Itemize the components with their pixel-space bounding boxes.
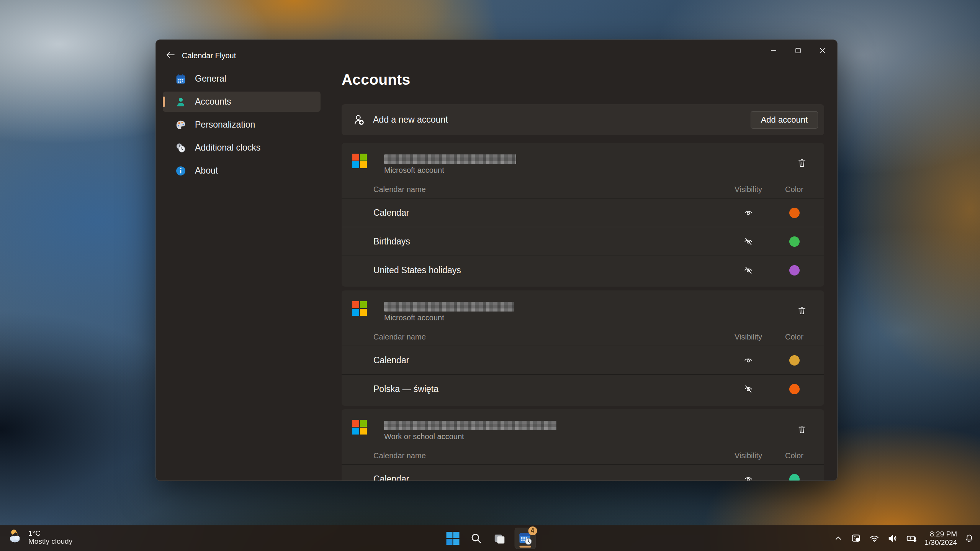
sidebar-item-general[interactable]: General bbox=[163, 69, 321, 89]
sidebar-item-accounts[interactable]: Accounts bbox=[163, 92, 321, 112]
calendar-name: Calendar bbox=[373, 208, 409, 218]
moon-cloud-icon bbox=[8, 529, 24, 545]
sidebar-item-label: About bbox=[195, 166, 218, 176]
delete-account-button[interactable] bbox=[793, 154, 810, 171]
visibility-toggle[interactable] bbox=[739, 352, 757, 369]
eye-off-icon bbox=[743, 384, 753, 394]
account-email-redacted bbox=[384, 154, 516, 164]
clock-time: 8:29 PM bbox=[924, 530, 957, 538]
battery-saver-icon bbox=[906, 533, 917, 544]
chevron-up-icon bbox=[834, 534, 843, 543]
column-calendar-name: Calendar name bbox=[373, 333, 426, 341]
delete-account-button[interactable] bbox=[793, 302, 810, 319]
account-type: Microsoft account bbox=[384, 166, 824, 175]
trash-icon bbox=[797, 305, 807, 315]
calendar-row: Calendar bbox=[342, 346, 824, 374]
calendar-color-dot[interactable] bbox=[789, 384, 800, 394]
column-headers: Calendar name Visibility Color bbox=[342, 329, 824, 346]
calendar-flyout-app-button[interactable]: 4 bbox=[514, 528, 536, 549]
sidebar-item-personalization[interactable]: Personalization bbox=[163, 115, 321, 135]
tray-overflow-button[interactable] bbox=[831, 530, 846, 547]
column-headers: Calendar name Visibility Color bbox=[342, 448, 824, 464]
account-header: Work or school account bbox=[342, 409, 824, 448]
bell-icon bbox=[964, 533, 974, 543]
system-tray: 8:29 PM 1/30/2024 bbox=[831, 525, 977, 551]
eye-off-icon bbox=[743, 236, 753, 246]
column-calendar-name: Calendar name bbox=[373, 185, 426, 194]
battery-saver-button[interactable] bbox=[903, 530, 920, 547]
volume-button[interactable] bbox=[885, 530, 901, 547]
calendar-color-dot[interactable] bbox=[789, 236, 800, 247]
search-icon bbox=[470, 532, 483, 545]
account-type: Microsoft account bbox=[384, 313, 824, 322]
maximize-icon bbox=[795, 47, 802, 54]
volume-icon bbox=[887, 533, 898, 544]
account-type: Work or school account bbox=[384, 432, 824, 441]
calendar-row: United States holidays bbox=[342, 256, 824, 284]
account-card: Microsoft account Calendar name Visibili… bbox=[342, 290, 824, 406]
weather-widget[interactable]: 1°C Mostly cloudy bbox=[4, 528, 76, 547]
sidebar-item-label: General bbox=[195, 74, 226, 84]
wifi-button[interactable] bbox=[866, 530, 882, 547]
person-add-icon bbox=[352, 113, 365, 126]
calendar-icon bbox=[175, 73, 187, 85]
back-button[interactable] bbox=[162, 47, 178, 62]
calendar-flyout-settings-window: Calendar Flyout bbox=[155, 39, 838, 481]
trash-icon bbox=[797, 424, 807, 434]
page-title: Accounts bbox=[342, 71, 410, 88]
notifications-button[interactable] bbox=[962, 530, 977, 547]
eye-icon bbox=[743, 474, 753, 481]
account-email-redacted bbox=[384, 302, 514, 312]
visibility-toggle[interactable] bbox=[739, 204, 757, 221]
visibility-toggle[interactable] bbox=[739, 380, 757, 397]
settings-sidebar: General Accounts Per bbox=[163, 69, 321, 184]
palette-icon bbox=[175, 119, 187, 131]
microsoft-logo-icon bbox=[352, 154, 367, 168]
eye-icon bbox=[743, 208, 753, 218]
column-visibility: Visibility bbox=[728, 451, 768, 460]
task-view-icon bbox=[492, 531, 506, 545]
minimize-icon bbox=[770, 47, 777, 54]
calendar-color-dot[interactable] bbox=[789, 265, 800, 276]
tray-app-button[interactable] bbox=[848, 530, 864, 547]
search-button[interactable] bbox=[468, 529, 484, 548]
taskbar: 1°C Mostly cloudy bbox=[0, 525, 980, 551]
delete-account-button[interactable] bbox=[793, 421, 810, 438]
visibility-toggle[interactable] bbox=[739, 471, 757, 481]
task-view-button[interactable] bbox=[491, 529, 508, 548]
calendar-color-dot[interactable] bbox=[789, 355, 800, 366]
calendar-name: Birthdays bbox=[373, 236, 410, 247]
sidebar-item-label: Personalization bbox=[195, 120, 255, 130]
calendar-row: Polska — święta bbox=[342, 374, 824, 403]
clock[interactable]: 8:29 PM 1/30/2024 bbox=[922, 530, 959, 547]
trash-icon bbox=[797, 158, 807, 168]
start-icon bbox=[445, 531, 460, 546]
column-color: Color bbox=[774, 451, 814, 460]
microsoft-logo-icon bbox=[352, 420, 367, 435]
close-icon bbox=[819, 47, 826, 54]
calendar-color-dot[interactable] bbox=[789, 208, 800, 218]
selected-accent-bar bbox=[163, 97, 165, 107]
clock-date: 1/30/2024 bbox=[924, 538, 957, 547]
back-arrow-icon bbox=[165, 50, 175, 59]
account-header: Microsoft account bbox=[342, 143, 824, 181]
column-color: Color bbox=[774, 333, 814, 341]
close-button[interactable] bbox=[810, 42, 835, 59]
sidebar-item-about[interactable]: About bbox=[163, 161, 321, 181]
calendar-color-dot[interactable] bbox=[789, 474, 800, 481]
column-visibility: Visibility bbox=[728, 185, 768, 194]
maximize-button[interactable] bbox=[786, 42, 810, 59]
sidebar-item-label: Accounts bbox=[195, 97, 231, 107]
start-button[interactable] bbox=[444, 529, 461, 548]
visibility-toggle[interactable] bbox=[739, 262, 757, 279]
column-headers: Calendar name Visibility Color bbox=[342, 181, 824, 198]
add-account-button[interactable]: Add account bbox=[751, 111, 818, 129]
account-header: Microsoft account bbox=[342, 290, 824, 329]
column-color: Color bbox=[774, 185, 814, 194]
minimize-button[interactable] bbox=[761, 42, 786, 59]
account-email-redacted bbox=[384, 421, 556, 430]
calendar-name: Polska — święta bbox=[373, 384, 438, 394]
sidebar-item-additional-clocks[interactable]: Additional clocks bbox=[163, 138, 321, 158]
weather-temperature: 1°C bbox=[28, 529, 72, 537]
visibility-toggle[interactable] bbox=[739, 233, 757, 250]
